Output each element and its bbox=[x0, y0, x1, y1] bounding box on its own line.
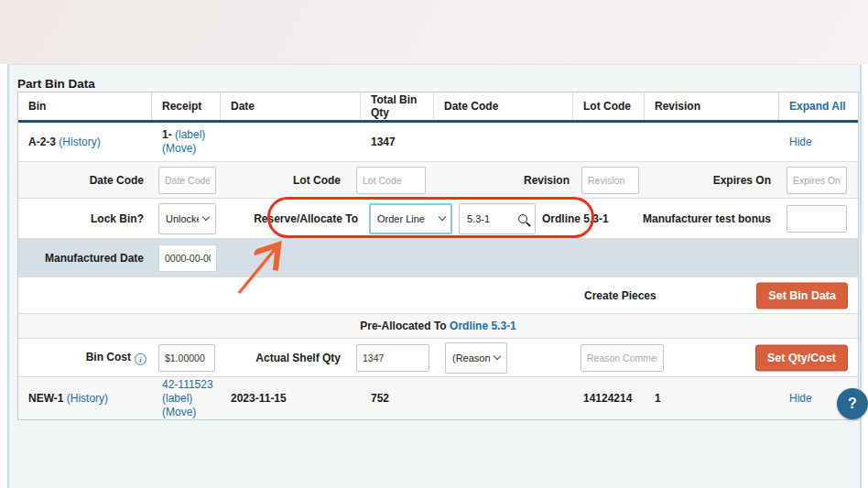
detail-row-cost-qty: Bin Costi Actual Shelf Qty (Reason C Set… bbox=[18, 339, 858, 377]
receipt-number: 1- bbox=[162, 128, 172, 141]
label-link[interactable]: (label) bbox=[175, 128, 205, 141]
shelf-qty-label: Actual Shelf Qty bbox=[255, 352, 341, 364]
table-row-new1: NEW-1 (History) 42-111523 (label) (Move)… bbox=[18, 377, 858, 419]
history-link[interactable]: (History) bbox=[67, 392, 108, 405]
detail-row-actions: Create Pieces Set Bin Data bbox=[18, 277, 858, 314]
move-link[interactable]: (Move) bbox=[162, 142, 196, 155]
mfr-test-bonus-label: Manufacturer test bonus bbox=[643, 212, 771, 225]
date-code-input[interactable] bbox=[158, 167, 216, 194]
receipt-number-link[interactable]: 42-111523 bbox=[162, 378, 213, 391]
date-code-cell bbox=[434, 123, 573, 161]
help-button[interactable]: ? bbox=[837, 388, 868, 419]
lot-code-cell: 14124214 bbox=[573, 377, 645, 419]
column-header-bin: Bin bbox=[18, 92, 152, 120]
date-cell bbox=[221, 123, 361, 161]
expires-on-label: Expires On bbox=[713, 174, 771, 187]
column-header-revision: Revision bbox=[645, 92, 779, 120]
ordline-link[interactable]: Ordline 5.3-1 bbox=[542, 212, 609, 225]
bin-cost-label: Bin Costi bbox=[86, 350, 146, 365]
total-qty-cell: 752 bbox=[361, 377, 434, 419]
total-qty-cell: 1347 bbox=[361, 123, 434, 161]
table-header-row: Bin Receipt Date Total Bin Qty Date Code… bbox=[18, 92, 858, 123]
reserve-type-select[interactable]: Order Line bbox=[369, 203, 452, 234]
table-row-a23: A-2-3 (History) 1- (label) (Move) 1347 H… bbox=[18, 123, 858, 162]
detail-row-codes: Date Code Lot Code Revision Expires On bbox=[18, 162, 858, 199]
history-link[interactable]: (History) bbox=[59, 136, 100, 148]
set-qty-cost-button[interactable]: Set Qty/Cost bbox=[755, 344, 848, 371]
date-cell: 2023-11-15 bbox=[221, 377, 361, 419]
lock-bin-select-wrap: Unlocke bbox=[158, 203, 216, 234]
info-icon[interactable]: i bbox=[135, 353, 146, 365]
revision-cell bbox=[645, 123, 779, 161]
column-header-total-bin-qty: Total Bin Qty bbox=[361, 92, 434, 120]
expand-all-link[interactable]: Expand All bbox=[779, 92, 858, 120]
bin-cell: A-2-3 (History) bbox=[18, 123, 152, 161]
lot-code-input[interactable] bbox=[356, 167, 426, 194]
lock-bin-label: Lock Bin? bbox=[91, 212, 144, 225]
set-bin-data-button[interactable]: Set Bin Data bbox=[756, 282, 848, 309]
bin-name: A-2-3 bbox=[28, 136, 56, 148]
reserve-search-box bbox=[459, 203, 536, 234]
column-header-lot-code: Lot Code bbox=[573, 92, 645, 120]
column-header-date: Date bbox=[221, 92, 361, 120]
page-title: Part Bin Data bbox=[17, 77, 95, 91]
expand-cell: Hide bbox=[779, 123, 858, 161]
shelf-qty-input[interactable] bbox=[356, 344, 429, 372]
hide-link[interactable]: Hide bbox=[789, 136, 858, 148]
reserve-search-input[interactable] bbox=[467, 213, 518, 224]
page-top-background bbox=[0, 0, 868, 64]
bin-cell: NEW-1 (History) bbox=[18, 377, 152, 419]
expires-on-input[interactable] bbox=[787, 167, 847, 194]
revision-input[interactable] bbox=[581, 167, 639, 194]
move-link[interactable]: (Move) bbox=[162, 406, 196, 418]
reserve-type-select-wrap: Order Line bbox=[369, 203, 452, 234]
lot-code-label: Lot Code bbox=[293, 174, 341, 187]
pre-allocated-ordline-link[interactable]: Ordline 5.3-1 bbox=[450, 320, 516, 332]
mfr-test-bonus-input[interactable] bbox=[787, 205, 847, 233]
manufactured-date-input[interactable] bbox=[158, 244, 217, 272]
reason-select-wrap: (Reason C bbox=[445, 342, 507, 374]
pre-allocated-label: Pre-Allocated To bbox=[360, 320, 446, 332]
search-icon[interactable] bbox=[518, 214, 527, 223]
detail-row-pre-allocated: Pre-Allocated To Ordline 5.3-1 bbox=[18, 314, 858, 339]
date-code-cell bbox=[434, 377, 573, 419]
create-pieces-link[interactable]: Create Pieces bbox=[584, 289, 656, 302]
reason-comments-input[interactable] bbox=[580, 344, 664, 372]
bin-cost-input[interactable] bbox=[158, 344, 215, 372]
bin-name: NEW-1 bbox=[28, 392, 63, 405]
detail-row-lock-reserve: Lock Bin? Unlocke Reserve/Allocate To Or… bbox=[18, 199, 858, 239]
revision-cell: 1 bbox=[645, 377, 779, 419]
label-link[interactable]: (label) bbox=[162, 392, 192, 405]
part-bin-data-table: Bin Receipt Date Total Bin Qty Date Code… bbox=[17, 92, 859, 420]
revision-label: Revision bbox=[524, 174, 570, 187]
lock-bin-select[interactable]: Unlocke bbox=[158, 203, 216, 234]
receipt-cell: 42-111523 (label) (Move) bbox=[152, 377, 221, 419]
detail-row-manufactured-date: Manufactured Date bbox=[18, 239, 858, 277]
date-code-label: Date Code bbox=[90, 174, 144, 187]
manufactured-date-label: Manufactured Date bbox=[45, 252, 144, 265]
lot-code-cell bbox=[573, 123, 645, 161]
column-header-date-code: Date Code bbox=[434, 92, 573, 120]
reserve-allocate-label: Reserve/Allocate To bbox=[254, 212, 358, 225]
column-header-receipt: Receipt bbox=[152, 92, 221, 120]
receipt-cell: 1- (label) (Move) bbox=[152, 123, 221, 161]
reason-code-select[interactable]: (Reason C bbox=[445, 342, 507, 374]
